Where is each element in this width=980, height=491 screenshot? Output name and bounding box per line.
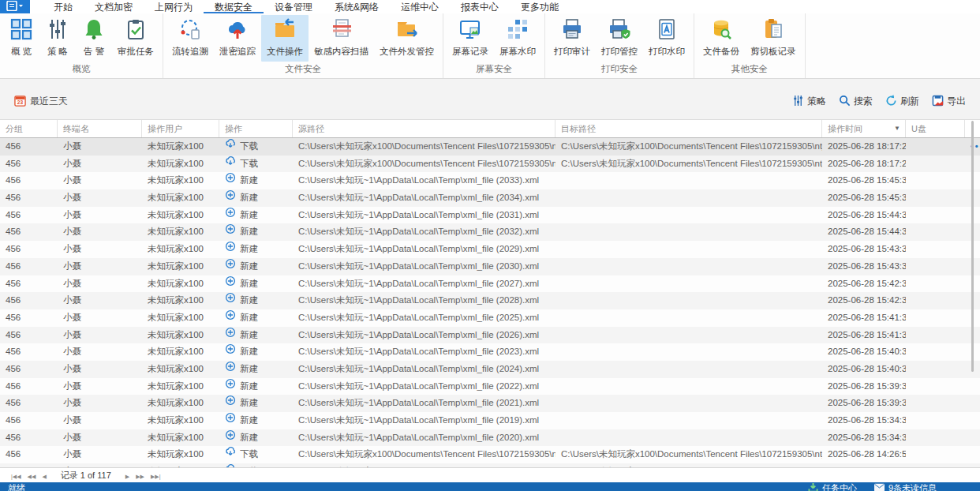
table-row[interactable]: 456小聂未知玩家x100新建C:\Users\未知玩~1\AppData\Lo…: [0, 275, 980, 293]
new-icon: [225, 378, 236, 395]
cell-usb: [906, 241, 965, 258]
ribbon-item-1-1[interactable]: 泄密追踪: [214, 15, 261, 62]
menu-tab-1[interactable]: 文档加密: [84, 0, 144, 13]
table-row[interactable]: 456小聂未知玩家x100下载C:\Users\未知玩家x100\Documen…: [0, 156, 980, 173]
toolbar-button-1[interactable]: 搜索: [839, 95, 873, 109]
ribbon-item-2-0[interactable]: 屏幕记录: [447, 15, 494, 62]
table-row[interactable]: 456小聂未知玩家x100新建C:\Users\未知玩~1\AppData\Lo…: [0, 172, 980, 189]
operation-label: 新建: [240, 292, 258, 309]
pager-next-button-1[interactable]: ▶▶: [133, 474, 148, 479]
toolbar-button-label: 导出: [947, 95, 966, 108]
ribbon-group-1: 流转追溯泄密追踪文件操作敏感内容扫描文件外发管控文件安全: [163, 13, 443, 78]
cell-operation: 新建: [219, 309, 293, 327]
table-row[interactable]: 456小聂未知玩家x100新建C:\Users\未知玩~1\AppData\Lo…: [0, 258, 980, 275]
pager-next-button-0[interactable]: ▶: [122, 474, 133, 479]
ribbon-item-1-2[interactable]: 文件操作: [261, 15, 309, 62]
cell-group: 456: [0, 378, 58, 395]
ribbon-item-2-1[interactable]: 屏幕水印: [494, 15, 541, 62]
cell-target-path: [555, 429, 822, 447]
table-row[interactable]: 456小聂未知玩家x100新建C:\Users\未知玩~1\AppData\Lo…: [0, 223, 980, 241]
table-row[interactable]: 456小聂未知玩家x100新建C:\Users\未知玩~1\AppData\Lo…: [0, 309, 980, 327]
table-row[interactable]: 456小聂未知玩家x100新建C:\Users\未知玩~1\AppData\Lo…: [0, 343, 980, 361]
pager-prev-button-1[interactable]: ◀◀: [24, 474, 39, 479]
column-header-0[interactable]: 分组: [0, 120, 58, 137]
column-header-5[interactable]: 目标路径: [555, 120, 822, 137]
cell-terminal: 小聂: [58, 309, 142, 327]
table-row[interactable]: 456小聂未知玩家x100下载C:\Users\未知玩家x100\Documen…: [0, 446, 980, 463]
print-audit-icon: [561, 18, 583, 43]
table-row[interactable]: 456小聂未知玩家x100新建C:\Users\未知玩~1\AppData\Lo…: [0, 241, 980, 258]
ribbon-item-3-0[interactable]: 打印审计: [548, 15, 596, 62]
menu-tab-2[interactable]: 上网行为: [144, 0, 204, 13]
menu-tabs: 开始文档加密上网行为数据安全设备管理系统&网络运维中心报表中心更多功能: [43, 0, 570, 13]
toolbar-button-3[interactable]: 导出: [932, 95, 966, 109]
menu-tab-3[interactable]: 数据安全: [204, 0, 264, 13]
cell-group: 456: [0, 156, 58, 173]
vertical-scrollbar[interactable]: [971, 121, 974, 372]
pager-prev-button-0[interactable]: |◀◀: [8, 474, 24, 479]
leak-trace-icon: [226, 18, 249, 43]
cell-target-path: [555, 309, 822, 327]
cell-user: 未知玩家x100: [142, 172, 219, 189]
new-icon: [225, 223, 236, 241]
cell-usb: [906, 327, 965, 344]
table-row[interactable]: 456小聂未知玩家x100新建C:\Users\未知玩~1\AppData\Lo…: [0, 292, 980, 309]
ribbon-item-4-0[interactable]: 文件备份: [698, 15, 745, 62]
toolbar-button-2[interactable]: 刷新: [885, 95, 919, 109]
column-header-2[interactable]: 操作用户: [142, 120, 219, 137]
menu-tab-4[interactable]: 设备管理: [264, 0, 324, 13]
table-row[interactable]: 456小聂未知玩家x100新建C:\Users\未知玩~1\AppData\Lo…: [0, 361, 980, 378]
cell-terminal: 小聂: [58, 395, 142, 412]
task-center-button[interactable]: 任务中心: [808, 482, 857, 491]
column-header-1[interactable]: 终端名: [58, 120, 142, 137]
cell-usb: [906, 138, 965, 156]
table-row[interactable]: 456小聂未知玩家x100新建C:\Users\未知玩~1\AppData\Lo…: [0, 189, 980, 207]
cell-target-path: [555, 189, 822, 207]
ribbon-item-0-3[interactable]: 审批任务: [112, 15, 159, 62]
column-header-3[interactable]: 操作: [219, 120, 293, 137]
pager-next-button-2[interactable]: ▶▶|: [148, 474, 164, 479]
cell-usb: [906, 292, 965, 309]
table-row[interactable]: 456小聂未知玩家x100新建C:\Users\未知玩~1\AppData\Lo…: [0, 429, 980, 447]
cell-user: 未知玩家x100: [142, 189, 219, 207]
unread-messages-button[interactable]: 9条未读信息: [874, 482, 937, 491]
column-header-4[interactable]: 源路径: [293, 120, 555, 137]
ribbon-item-1-0[interactable]: 流转追溯: [166, 15, 214, 62]
table-row[interactable]: 456小聂未知玩家x100新建C:\Users\未知玩~1\AppData\Lo…: [0, 207, 980, 224]
column-header-label: 分组: [6, 120, 23, 137]
toolbar-button-0[interactable]: 策略: [792, 95, 826, 109]
table-row[interactable]: 456小聂未知玩家x100新建C:\Users\未知玩~1\AppData\Lo…: [0, 327, 980, 344]
pager-prev-button-2[interactable]: ◀: [39, 474, 49, 479]
menu-tab-7[interactable]: 报表中心: [450, 0, 510, 13]
cell-usb: [906, 172, 965, 189]
menu-tab-0[interactable]: 开始: [43, 0, 84, 13]
date-filter-button[interactable]: 23 最近三天: [14, 95, 68, 109]
cell-time: 2025-06-28 14:26:56: [822, 446, 906, 463]
cell-user: 未知玩家x100: [142, 395, 219, 412]
table-row[interactable]: 456小聂未知玩家x100下载C:\Users\未知玩家x100\Documen…: [0, 138, 980, 156]
app-menu-button[interactable]: [0, 0, 30, 13]
ribbon-item-3-2[interactable]: 打印水印: [643, 15, 690, 62]
table-row[interactable]: 456小聂未知玩家x100新建C:\Users\未知玩~1\AppData\Lo…: [0, 412, 980, 429]
cell-user: 未知玩家x100: [142, 241, 219, 258]
file-ops-icon: [274, 18, 296, 43]
menu-tab-8[interactable]: 更多功能: [510, 0, 570, 13]
table-row[interactable]: 456小聂未知玩家x100下载C:\Users\未知玩家x100\Documen…: [0, 463, 980, 467]
table-row[interactable]: 456小聂未知玩家x100新建C:\Users\未知玩~1\AppData\Lo…: [0, 395, 980, 412]
cell-group: 456: [0, 138, 58, 156]
ribbon-item-1-3[interactable]: 敏感内容扫描: [309, 15, 374, 62]
ribbon-group-3: 打印审计打印管控打印水印打印安全: [545, 13, 694, 78]
ribbon-item-0-0[interactable]: 概 览: [3, 15, 39, 62]
table-row[interactable]: 456小聂未知玩家x100新建C:\Users\未知玩~1\AppData\Lo…: [0, 378, 980, 395]
menu-tab-6[interactable]: 运维中心: [390, 0, 450, 13]
column-header-7[interactable]: U盘: [906, 120, 965, 137]
cell-usb: [906, 446, 965, 463]
ribbon-item-1-4[interactable]: 文件外发管控: [374, 15, 440, 62]
ribbon-item-0-2[interactable]: 告 警: [76, 15, 112, 62]
menu-tab-5[interactable]: 系统&网络: [324, 0, 390, 13]
ribbon-item-4-1[interactable]: 剪切板记录: [745, 15, 802, 62]
ribbon-item-0-1[interactable]: 策 略: [39, 15, 76, 62]
column-header-6[interactable]: 操作时间▼: [822, 120, 906, 137]
ribbon-item-3-1[interactable]: 打印管控: [596, 15, 643, 62]
cell-source-path: C:\Users\未知玩~1\AppData\Local\Temp\xml_fi…: [293, 241, 555, 258]
